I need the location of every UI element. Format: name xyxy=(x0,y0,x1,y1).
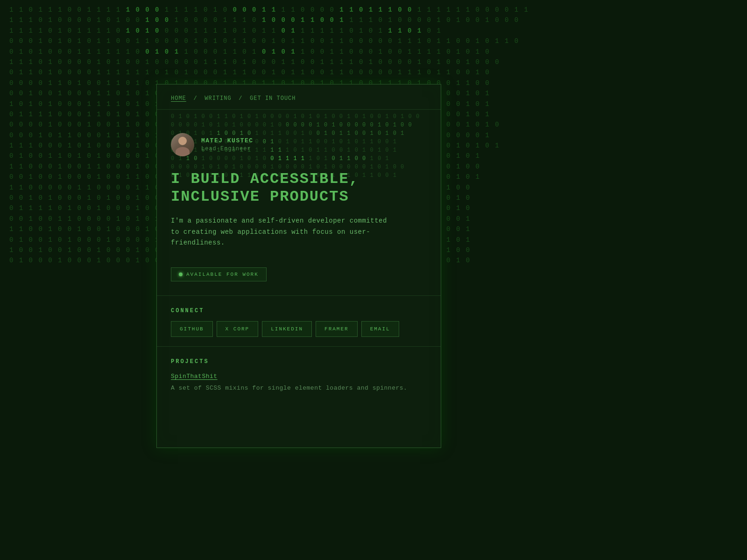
hero-headline-line1: I BUILD ACCESSIBLE, xyxy=(171,170,359,188)
projects-section: PROJECTS SpinThatShit A set of SCSS mixi… xyxy=(157,346,441,403)
author-info: MATEJ KUSTEC Lead Engineer xyxy=(201,137,254,152)
home-link[interactable]: HOME xyxy=(171,95,186,102)
xcorp-button[interactable]: X CORP xyxy=(217,321,259,337)
author-name: MATEJ KUSTEC xyxy=(201,137,254,144)
available-label: AVAILABLE FOR WORK xyxy=(186,272,259,277)
available-badge: AVAILABLE FOR WORK xyxy=(171,267,267,281)
breadcrumb-writing: WRITING xyxy=(204,95,231,102)
status-dot xyxy=(179,273,183,276)
projects-label: PROJECTS xyxy=(171,358,427,365)
breadcrumb: HOME / WRITING / GET IN TOUCH xyxy=(157,84,441,110)
github-button[interactable]: GITHUB xyxy=(171,321,213,337)
project-title[interactable]: SpinThatShit xyxy=(171,373,218,380)
avatar-body xyxy=(176,147,190,156)
hero-section: I BUILD ACCESSIBLE, INCLUSIVE PRODUCTS I… xyxy=(157,166,441,258)
breadcrumb-current: GET IN TOUCH xyxy=(250,95,296,102)
connect-buttons: GITHUB X CORP LINKEDIN FRAMER EMAIL xyxy=(171,321,427,337)
linkedin-button[interactable]: LINKEDIN xyxy=(262,321,312,337)
hero-description: I'm a passionate and self-driven develop… xyxy=(171,216,395,249)
main-content-panel: 0 1 0 1 0 0 1 1 0 1 0 1 0 0 0 0 1 0 1 0 … xyxy=(156,84,441,448)
avatar-image xyxy=(171,133,194,156)
connect-label: CONNECT xyxy=(171,308,427,314)
breadcrumb-sep1: / xyxy=(193,95,197,102)
author-section: MATEJ KUSTEC Lead Engineer xyxy=(157,119,441,166)
breadcrumb-sep2: / xyxy=(239,95,242,102)
author-title: Lead Engineer xyxy=(201,146,254,152)
email-button[interactable]: EMAIL xyxy=(361,321,399,337)
hero-headline: I BUILD ACCESSIBLE, INCLUSIVE PRODUCTS xyxy=(171,170,427,206)
avatar xyxy=(171,133,194,156)
framer-button[interactable]: FRAMER xyxy=(316,321,358,337)
connect-section: CONNECT GITHUB X CORP LINKEDIN FRAMER EM… xyxy=(157,295,441,346)
hero-headline-line2: INCLUSIVE PRODUCTS xyxy=(171,188,349,205)
project-description: A set of SCSS mixins for single element … xyxy=(171,384,427,393)
avatar-head xyxy=(178,137,187,145)
